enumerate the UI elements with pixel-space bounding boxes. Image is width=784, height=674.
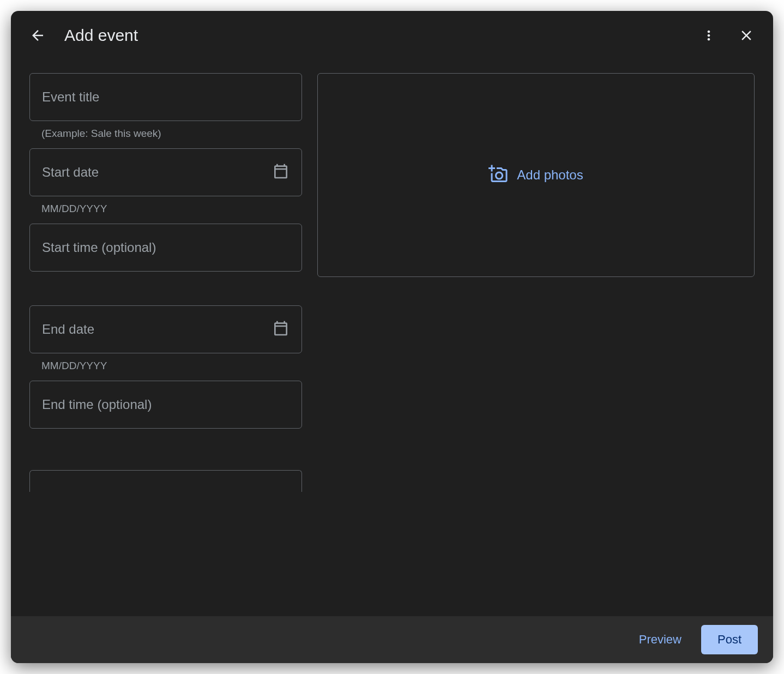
modal-header: Add event bbox=[11, 11, 773, 60]
more-options-button[interactable] bbox=[698, 25, 720, 46]
arrow-left-icon bbox=[29, 27, 46, 44]
calendar-icon bbox=[272, 320, 290, 339]
start-date-hint: MM/DD/YYYY bbox=[41, 203, 302, 215]
form-right-column: Add photos bbox=[317, 73, 755, 616]
event-title-hint: (Example: Sale this week) bbox=[41, 128, 302, 140]
close-icon bbox=[738, 27, 755, 44]
preview-button[interactable]: Preview bbox=[626, 625, 695, 654]
start-time-label: Start time (optional) bbox=[42, 240, 156, 255]
end-date-field[interactable]: End date bbox=[29, 305, 302, 353]
additional-field[interactable] bbox=[29, 470, 302, 492]
end-time-field[interactable]: End time (optional) bbox=[29, 381, 302, 429]
end-date-group: End date MM/DD/YYYY bbox=[29, 305, 302, 372]
additional-field-group bbox=[29, 470, 302, 492]
content-wrapper: (Example: Sale this week) Start date MM/… bbox=[11, 60, 773, 616]
content-scroll-area[interactable]: (Example: Sale this week) Start date MM/… bbox=[11, 60, 773, 616]
add-event-modal: Add event (Example: Sale this week) bbox=[11, 11, 773, 663]
start-date-label: Start date bbox=[42, 165, 99, 180]
add-photos-label: Add photos bbox=[517, 167, 583, 183]
start-time-field[interactable]: Start time (optional) bbox=[29, 224, 302, 272]
event-title-input[interactable] bbox=[42, 89, 290, 105]
start-time-group: Start time (optional) bbox=[29, 224, 302, 272]
event-title-field[interactable] bbox=[29, 73, 302, 121]
end-time-label: End time (optional) bbox=[42, 397, 152, 412]
event-title-group: (Example: Sale this week) bbox=[29, 73, 302, 140]
start-date-field[interactable]: Start date bbox=[29, 148, 302, 196]
add-photo-icon bbox=[489, 164, 508, 186]
post-button[interactable]: Post bbox=[701, 625, 758, 654]
back-button[interactable] bbox=[26, 24, 49, 47]
end-date-label: End date bbox=[42, 322, 94, 337]
calendar-icon bbox=[272, 163, 290, 182]
more-vert-icon bbox=[701, 28, 716, 43]
end-time-group: End time (optional) bbox=[29, 381, 302, 429]
add-photos-dropzone[interactable]: Add photos bbox=[317, 73, 755, 277]
page-title: Add event bbox=[64, 26, 683, 45]
start-date-group: Start date MM/DD/YYYY bbox=[29, 148, 302, 215]
end-date-hint: MM/DD/YYYY bbox=[41, 360, 302, 372]
form-left-column: (Example: Sale this week) Start date MM/… bbox=[29, 73, 302, 616]
close-button[interactable] bbox=[735, 24, 758, 47]
modal-footer: Preview Post bbox=[11, 616, 773, 663]
